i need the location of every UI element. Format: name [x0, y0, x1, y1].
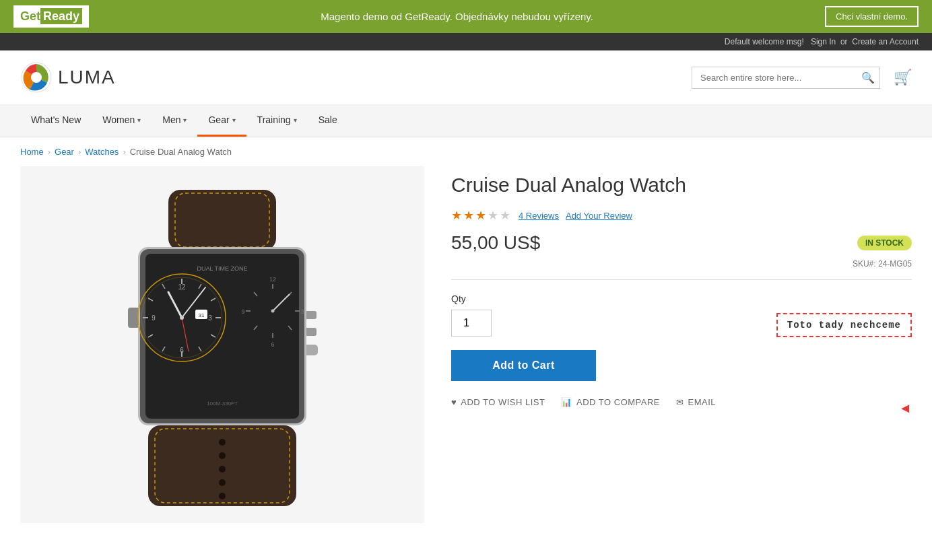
product-info: Cruise Dual Analog Watch ★★★★★ 4 Reviews…: [451, 166, 912, 523]
svg-point-56: [271, 310, 275, 313]
nav-women-label: Women: [102, 114, 135, 125]
wish-list-label: ADD TO WISH LIST: [461, 397, 545, 407]
sku-label: SKU#:: [853, 259, 876, 269]
nav-item-training[interactable]: Training ▾: [246, 105, 308, 137]
svg-rect-2: [168, 190, 276, 250]
nav-item-men[interactable]: Men ▾: [152, 105, 197, 137]
nav-men-chevron: ▾: [183, 116, 187, 124]
rating-row: ★★★★★ 4 Reviews Add Your Review: [451, 208, 912, 223]
add-to-cart-button[interactable]: Add to Cart: [451, 350, 596, 381]
get-ready-logo: GetReady: [13, 5, 89, 28]
product-title: Cruise Dual Analog Watch: [451, 173, 912, 197]
main-navigation: What's New Women ▾ Men ▾ Gear ▾ Training…: [0, 105, 932, 137]
search-input[interactable]: [692, 67, 880, 89]
star-rating: ★★★★★: [451, 208, 512, 223]
top-banner: GetReady Magento demo od GetReady. Objed…: [0, 0, 932, 33]
logo-text: LUMA: [58, 67, 116, 88]
svg-point-7: [219, 466, 226, 473]
search-wrapper: 🔍: [692, 67, 880, 89]
sign-in-link[interactable]: Sign In: [811, 37, 836, 46]
create-account-link[interactable]: Create an Account: [852, 37, 919, 46]
svg-text:6: 6: [271, 341, 274, 348]
svg-point-1: [31, 72, 42, 83]
product-page: DUAL TIME ZONE: [0, 166, 932, 550]
nav-training-chevron: ▾: [294, 116, 297, 124]
breadcrumb-current: Cruise Dual Analog Watch: [130, 147, 232, 157]
email-button[interactable]: ✉ EMAIL: [676, 397, 716, 407]
header-search-area: 🔍 🛒: [692, 67, 912, 89]
nav-women-chevron: ▾: [137, 116, 141, 124]
nav-item-whats-new[interactable]: What's New: [20, 105, 92, 137]
banner-message: Magento demo od GetReady. Objednávky neb…: [89, 11, 825, 22]
welcome-message: Default welcome msg!: [725, 37, 804, 46]
breadcrumb-sep-3: ›: [123, 147, 125, 157]
compare-icon: 📊: [561, 397, 572, 407]
or-separator: or: [840, 37, 848, 46]
breadcrumb-watches[interactable]: Watches: [85, 147, 119, 157]
price-row: 55,00 US$ IN STOCK: [451, 232, 912, 254]
sku-value: 24-MG05: [878, 259, 912, 269]
svg-text:100M-330FT: 100M-330FT: [207, 400, 238, 407]
logo-area: LUMA: [20, 61, 116, 94]
svg-text:12: 12: [178, 283, 186, 291]
cart-icon[interactable]: 🛒: [894, 69, 912, 86]
email-label: EMAIL: [688, 397, 717, 407]
product-image-area: DUAL TIME ZONE: [20, 166, 424, 523]
luma-logo-icon: [20, 61, 53, 94]
sku-row: SKU#: 24-MG05: [451, 259, 912, 269]
account-bar: Default welcome msg! Sign In or Create a…: [0, 33, 932, 50]
demo-cta-button[interactable]: Chci vlastní demo.: [825, 6, 919, 27]
heart-icon: ♥: [451, 397, 457, 407]
svg-text:6: 6: [180, 347, 184, 354]
svg-text:31: 31: [199, 312, 205, 318]
logo-ready: Ready: [40, 8, 82, 24]
product-image: DUAL TIME ZONE: [20, 166, 424, 523]
product-price: 55,00 US$: [451, 232, 540, 254]
svg-point-8: [219, 479, 226, 486]
breadcrumb-gear[interactable]: Gear: [55, 147, 74, 157]
add-to-wish-list-button[interactable]: ♥ ADD TO WISH LIST: [451, 397, 545, 407]
nav-item-gear[interactable]: Gear ▾: [197, 105, 246, 137]
svg-point-6: [219, 452, 226, 459]
site-header: LUMA 🔍 🛒: [0, 50, 932, 105]
annotation-box: Toto tady nechceme: [776, 313, 912, 337]
annotation-arrow: ◄: [898, 400, 912, 416]
add-to-compare-button[interactable]: 📊 ADD TO COMPARE: [561, 397, 660, 407]
add-review-link[interactable]: Add Your Review: [566, 211, 632, 221]
email-icon: ✉: [676, 397, 684, 407]
nav-gear-chevron: ▾: [232, 116, 236, 124]
svg-text:9: 9: [241, 308, 244, 315]
action-links: ♥ ADD TO WISH LIST 📊 ADD TO COMPARE ✉ EM…: [451, 397, 912, 407]
nav-item-sale[interactable]: Sale: [308, 105, 348, 137]
svg-text:12: 12: [269, 276, 276, 283]
search-button[interactable]: 🔍: [861, 71, 875, 84]
breadcrumb-sep-2: ›: [78, 147, 81, 157]
stock-area: IN STOCK: [857, 236, 912, 250]
svg-point-9: [219, 493, 226, 499]
breadcrumb-sep-1: ›: [48, 147, 51, 157]
svg-point-40: [180, 316, 184, 320]
svg-text:3: 3: [208, 314, 212, 322]
svg-text:9: 9: [152, 314, 156, 322]
compare-label: ADD TO COMPARE: [576, 397, 660, 407]
watch-illustration: DUAL TIME ZONE: [81, 176, 364, 513]
logo-get: Get: [20, 9, 40, 23]
divider: [451, 279, 912, 280]
qty-label: Qty: [451, 293, 912, 304]
nav-gear-label: Gear: [208, 114, 229, 125]
svg-point-5: [219, 439, 226, 446]
nav-men-label: Men: [162, 114, 180, 125]
in-stock-badge: IN STOCK: [857, 236, 912, 250]
nav-item-women[interactable]: Women ▾: [92, 105, 152, 137]
product-page-wrapper: Toto tady nechceme ◄: [0, 166, 932, 550]
qty-input[interactable]: [451, 310, 492, 337]
svg-text:DUAL TIME ZONE: DUAL TIME ZONE: [197, 265, 247, 272]
breadcrumb-home[interactable]: Home: [20, 147, 44, 157]
svg-text:3: 3: [300, 308, 304, 315]
review-count-link[interactable]: 4 Reviews: [519, 211, 559, 221]
breadcrumb: Home › Gear › Watches › Cruise Dual Anal…: [0, 137, 932, 166]
nav-training-label: Training: [257, 114, 291, 125]
